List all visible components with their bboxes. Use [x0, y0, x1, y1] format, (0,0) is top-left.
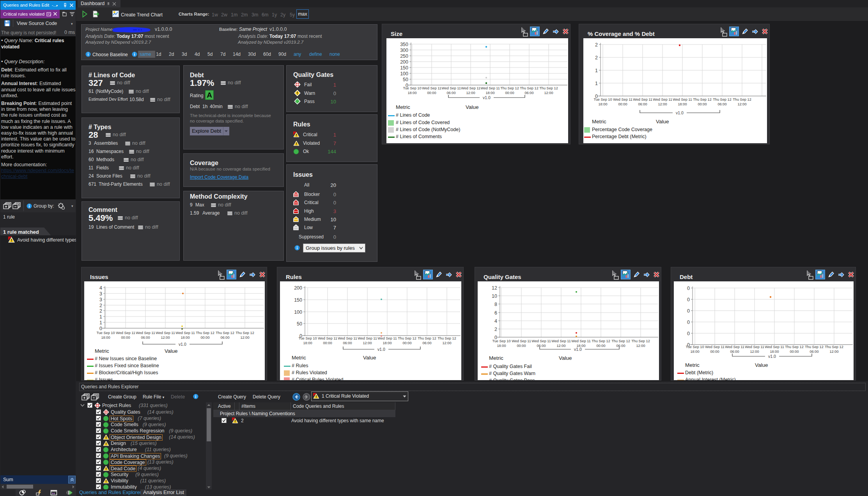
svg-text:Wed Sep 11: Wed Sep 11 [531, 339, 551, 343]
svg-text:0: 0 [99, 326, 102, 331]
svg-text:Wed Sep 11: Wed Sep 11 [422, 86, 441, 90]
svg-text:2: 2 [99, 303, 102, 308]
svg-text:12:00: 12:00 [466, 91, 475, 95]
svg-text:18:00: 18:00 [691, 350, 700, 354]
svg-text:Wed Sep 11: Wed Sep 11 [765, 345, 784, 349]
svg-text:Thu Sep 12: Thu Sep 12 [236, 331, 254, 335]
svg-text:12:00: 12:00 [830, 350, 839, 354]
svg-text:4: 4 [494, 318, 497, 324]
svg-text:100: 100 [294, 309, 302, 315]
svg-text:4: 4 [99, 285, 102, 291]
svg-text:0: 0 [687, 331, 690, 336]
svg-text:12:00: 12:00 [363, 341, 372, 345]
svg-text:Thu Sep 12: Thu Sep 12 [713, 98, 732, 101]
svg-text:1: 1 [99, 314, 102, 320]
svg-text:06:00: 06:00 [343, 341, 352, 345]
svg-text:Tue Sep 10: Tue Sep 10 [686, 345, 704, 349]
svg-text:18:00: 18:00 [383, 341, 392, 345]
svg-text:Wed Sep 11: Wed Sep 11 [633, 98, 652, 101]
svg-text:00:00: 00:00 [427, 91, 436, 95]
svg-text:18:00: 18:00 [678, 102, 687, 106]
svg-text:0: 0 [687, 308, 690, 314]
svg-text:00:00: 00:00 [698, 102, 707, 106]
svg-text:Thu Sep 12: Thu Sep 12 [631, 339, 650, 343]
svg-text:06:00: 06:00 [638, 102, 647, 106]
svg-text:10: 10 [492, 293, 497, 299]
svg-text:v1.0: v1.0 [377, 347, 385, 352]
svg-text:12: 12 [492, 285, 497, 291]
svg-text:00:00: 00:00 [710, 350, 719, 354]
svg-text:200: 200 [400, 59, 408, 65]
svg-text:250: 250 [400, 53, 408, 59]
svg-text:0: 0 [687, 286, 690, 291]
svg-text:06:00: 06:00 [423, 341, 432, 345]
svg-text:v1.0: v1.0 [179, 342, 186, 347]
svg-text:18:00: 18:00 [181, 336, 190, 340]
svg-text:Thu Sep 12: Thu Sep 12 [216, 331, 234, 335]
svg-text:150: 150 [400, 65, 408, 71]
svg-text:3: 3 [99, 297, 102, 302]
svg-text:v1.0: v1.0 [483, 95, 491, 100]
svg-text:Thu Sep 12: Thu Sep 12 [398, 336, 416, 340]
svg-text:0: 0 [687, 297, 690, 302]
svg-text:Wed Sep 11: Wed Sep 11 [653, 98, 672, 101]
svg-text:06:00: 06:00 [810, 350, 819, 354]
svg-text:12:00: 12:00 [443, 341, 452, 345]
svg-text:Thu Sep 12: Thu Sep 12 [500, 86, 519, 90]
svg-text:2: 2 [494, 327, 497, 332]
svg-text:Thu Sep 12: Thu Sep 12 [418, 336, 436, 340]
svg-text:Thu Sep 12: Thu Sep 12 [733, 98, 751, 101]
svg-text:Wed Sep 11: Wed Sep 11 [705, 345, 725, 349]
svg-text:12:00: 12:00 [750, 350, 759, 354]
svg-text:Wed Sep 11: Wed Sep 11 [613, 98, 632, 101]
svg-text:00:00: 00:00 [790, 350, 799, 354]
svg-text:00:00: 00:00 [403, 341, 412, 345]
svg-text:18:00: 18:00 [408, 91, 417, 95]
svg-text:Wed Sep 11: Wed Sep 11 [673, 98, 692, 101]
svg-text:Thu Sep 12: Thu Sep 12 [611, 339, 630, 343]
svg-text:1: 1 [99, 320, 102, 325]
svg-text:Thu Sep 12: Thu Sep 12 [520, 86, 539, 90]
svg-text:100: 100 [400, 71, 408, 76]
svg-text:06:00: 06:00 [221, 336, 230, 340]
svg-text:06:00: 06:00 [525, 91, 534, 95]
svg-text:06:00: 06:00 [730, 350, 739, 354]
svg-text:Wed Sep 11: Wed Sep 11 [358, 336, 377, 340]
svg-text:18:00: 18:00 [770, 350, 779, 354]
svg-text:Wed Sep 11: Wed Sep 11 [377, 336, 397, 340]
svg-text:v1.0: v1.0 [768, 354, 776, 359]
svg-text:Thu Sep 12: Thu Sep 12 [825, 345, 843, 349]
svg-text:Wed Sep 11: Wed Sep 11 [461, 86, 480, 90]
svg-text:00:00: 00:00 [618, 102, 627, 106]
svg-text:50: 50 [403, 77, 408, 82]
svg-text:Thu Sep 12: Thu Sep 12 [196, 331, 214, 335]
svg-text:Tue Sep 10: Tue Sep 10 [492, 339, 510, 343]
svg-text:Thu Sep 12: Thu Sep 12 [539, 86, 558, 90]
svg-text:Wed Sep 11: Wed Sep 11 [318, 336, 337, 340]
svg-text:06:00: 06:00 [141, 336, 150, 340]
svg-text:Tue Sep 10: Tue Sep 10 [403, 86, 421, 90]
svg-text:Thu Sep 12: Thu Sep 12 [785, 345, 804, 349]
svg-text:00:00: 00:00 [201, 336, 210, 340]
svg-text:Tue Sep 10: Tue Sep 10 [96, 331, 115, 335]
svg-text:Thu Sep 12: Thu Sep 12 [693, 98, 712, 101]
svg-text:2: 2 [595, 42, 598, 48]
svg-text:06:00: 06:00 [537, 344, 546, 348]
svg-text:06:00: 06:00 [616, 344, 625, 348]
svg-text:2: 2 [595, 55, 598, 60]
svg-text:Thu Sep 12: Thu Sep 12 [805, 345, 824, 349]
svg-text:1: 1 [595, 68, 598, 73]
svg-text:18:00: 18:00 [303, 341, 312, 345]
svg-text:0: 0 [687, 320, 690, 325]
svg-text:200: 200 [294, 285, 302, 291]
svg-text:00:00: 00:00 [597, 344, 606, 348]
svg-text:Thu Sep 12: Thu Sep 12 [438, 336, 456, 340]
svg-text:12:00: 12:00 [658, 102, 667, 106]
svg-text:Wed Sep 11: Wed Sep 11 [116, 331, 135, 335]
svg-text:8: 8 [494, 302, 497, 307]
svg-text:3: 3 [99, 291, 102, 297]
svg-text:00:00: 00:00 [121, 336, 130, 340]
svg-text:18:00: 18:00 [497, 344, 506, 348]
svg-text:00:00: 00:00 [517, 344, 526, 348]
svg-text:2: 2 [99, 308, 102, 314]
